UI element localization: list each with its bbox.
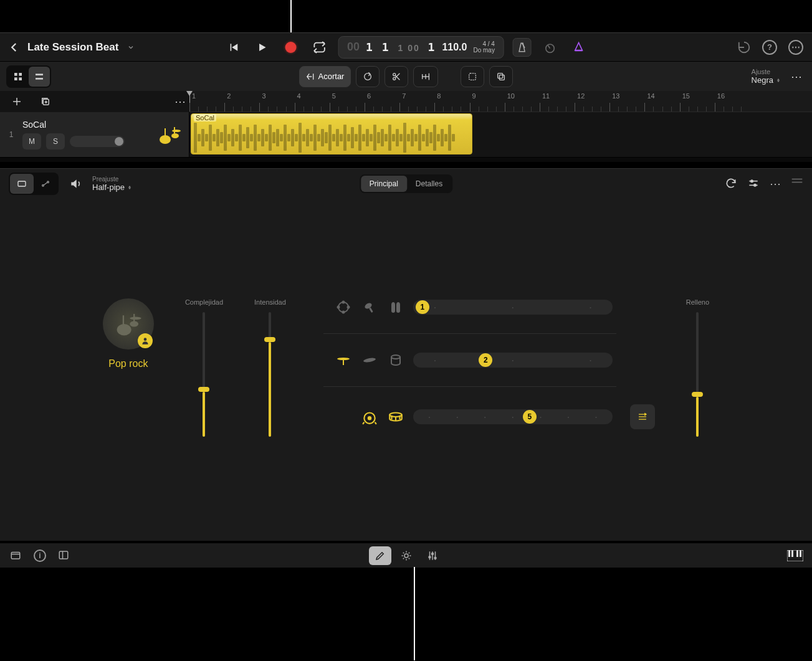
- svg-rect-86: [800, 550, 801, 557]
- editor-more-button[interactable]: ⋯: [770, 177, 781, 191]
- svg-point-53: [337, 307, 339, 308]
- svg-rect-73: [59, 551, 68, 559]
- drag-handle-icon[interactable]: [791, 177, 803, 191]
- track-lane[interactable]: SoCal: [189, 112, 812, 157]
- volume-icon[interactable]: [66, 174, 85, 193]
- edit-mode-button[interactable]: [369, 546, 391, 565]
- more-options-button[interactable]: ⋯: [787, 67, 806, 86]
- hihat-icon[interactable]: [335, 351, 352, 369]
- solo-button[interactable]: S: [46, 133, 65, 150]
- svg-line-37: [44, 183, 47, 185]
- snap-setting[interactable]: Ajuste Negra: [752, 68, 781, 85]
- lcd-display[interactable]: 00 1 1 1 00 1 110.0 4 / 4 Do may: [338, 36, 504, 59]
- claps-icon[interactable]: [387, 298, 404, 316]
- intensity-slider[interactable]: Intensidad: [254, 298, 286, 437]
- percussion-marker[interactable]: 1: [416, 300, 429, 314]
- automation-mode-button[interactable]: [34, 174, 57, 194]
- smart-controls-button[interactable]: [395, 546, 418, 565]
- shaker-icon[interactable]: [361, 298, 378, 316]
- mute-button[interactable]: M: [22, 133, 41, 150]
- svg-point-54: [342, 311, 344, 313]
- svg-rect-7: [19, 77, 22, 80]
- tab-details[interactable]: Detalles: [407, 176, 451, 192]
- lcd-signature: 4 / 4 Do may: [473, 41, 494, 54]
- project-menu-chevron-icon[interactable]: [126, 44, 135, 51]
- complexity-slider[interactable]: Complejidad: [185, 298, 223, 437]
- svg-point-52: [347, 307, 349, 308]
- cycle-button[interactable]: [309, 37, 329, 57]
- svg-rect-34: [18, 181, 26, 186]
- tracks-view-button[interactable]: [29, 67, 50, 87]
- copy-tool-button[interactable]: [489, 66, 513, 87]
- swing-button[interactable]: [630, 404, 655, 429]
- kick-icon[interactable]: [361, 408, 378, 426]
- tuner-button[interactable]: [540, 37, 560, 57]
- svg-point-40: [751, 180, 753, 182]
- kick-snare-pattern-slider[interactable]: ···· 5 ···: [413, 409, 613, 424]
- record-button[interactable]: [280, 37, 300, 57]
- loop-tool-button[interactable]: [356, 66, 380, 87]
- drummer-style[interactable]: Pop rock: [103, 298, 154, 369]
- hihat-pattern-slider[interactable]: · 2 ··: [413, 353, 613, 368]
- drummer-region[interactable]: SoCal: [191, 113, 472, 155]
- project-title[interactable]: Late Session Beat: [27, 41, 118, 54]
- duplicate-track-button[interactable]: [36, 92, 55, 111]
- trim-tool-button[interactable]: Acortar: [299, 66, 351, 87]
- region-mode-button[interactable]: [10, 174, 34, 194]
- play-button[interactable]: [252, 37, 272, 57]
- svg-point-51: [342, 302, 344, 303]
- svg-point-62: [368, 417, 371, 419]
- timeline-ruler[interactable]: 12345678910111213141516: [189, 91, 812, 112]
- drummer-editor: Preajuste Half-pipe Principal Detalles ⋯: [0, 168, 812, 541]
- help-button[interactable]: ?: [762, 40, 777, 55]
- back-button[interactable]: [9, 42, 20, 53]
- preset-selector[interactable]: Preajuste Half-pipe: [92, 176, 132, 192]
- more-menu-button[interactable]: ⋯: [788, 40, 803, 55]
- track-header[interactable]: 1 SoCal M S: [0, 112, 189, 157]
- go-to-start-button[interactable]: [223, 37, 243, 57]
- user-badge-icon: [138, 333, 153, 348]
- ride-icon[interactable]: [361, 351, 378, 369]
- split-tool-button[interactable]: [385, 66, 408, 87]
- ruler-bar-label: 8: [437, 92, 441, 100]
- mixer-button[interactable]: [421, 546, 444, 565]
- snare-icon[interactable]: [387, 408, 404, 426]
- info-button[interactable]: i: [34, 549, 46, 562]
- tab-main[interactable]: Principal: [361, 176, 407, 192]
- ruler-bar-label: 6: [367, 92, 371, 100]
- volume-slider[interactable]: [70, 136, 125, 147]
- preset-label: Preajuste: [92, 176, 132, 183]
- library-button[interactable]: [9, 549, 22, 562]
- editor-tabs: Principal Detalles: [360, 174, 452, 193]
- percussion-pattern-slider[interactable]: 1 ···: [413, 300, 613, 315]
- toms-icon[interactable]: [387, 351, 404, 369]
- hihat-marker[interactable]: 2: [479, 353, 492, 367]
- panels-button[interactable]: [57, 549, 70, 562]
- svg-point-49: [144, 338, 147, 341]
- fill-slider[interactable]: Relleno: [686, 298, 709, 437]
- svg-point-55: [364, 302, 373, 310]
- grid-view-button[interactable]: [7, 67, 29, 87]
- svg-rect-85: [796, 550, 798, 557]
- count-in-button[interactable]: [569, 37, 589, 57]
- style-label: Pop rock: [108, 358, 148, 369]
- add-track-button[interactable]: [7, 92, 26, 111]
- drummer-avatar-icon[interactable]: [103, 298, 154, 350]
- undo-button[interactable]: [737, 40, 751, 54]
- waveform-icon: [191, 123, 472, 153]
- tracks-toolbar: Acortar Ajuste Negra ⋯: [0, 61, 812, 91]
- keyboard-button[interactable]: [787, 550, 803, 561]
- settings-sliders-button[interactable]: [747, 177, 760, 191]
- select-tool-button[interactable]: [461, 66, 484, 87]
- svg-point-30: [171, 133, 179, 138]
- refresh-button[interactable]: [725, 177, 737, 191]
- tambourine-icon[interactable]: [335, 298, 352, 316]
- metronome-button[interactable]: [513, 38, 532, 57]
- join-tool-button[interactable]: [413, 66, 438, 87]
- svg-point-79: [429, 556, 431, 558]
- snap-label: Ajuste: [752, 68, 781, 75]
- ruler-bar-label: 12: [577, 92, 585, 100]
- svg-rect-72: [11, 552, 20, 559]
- kick-snare-marker[interactable]: 5: [523, 410, 537, 424]
- svg-rect-4: [14, 73, 17, 76]
